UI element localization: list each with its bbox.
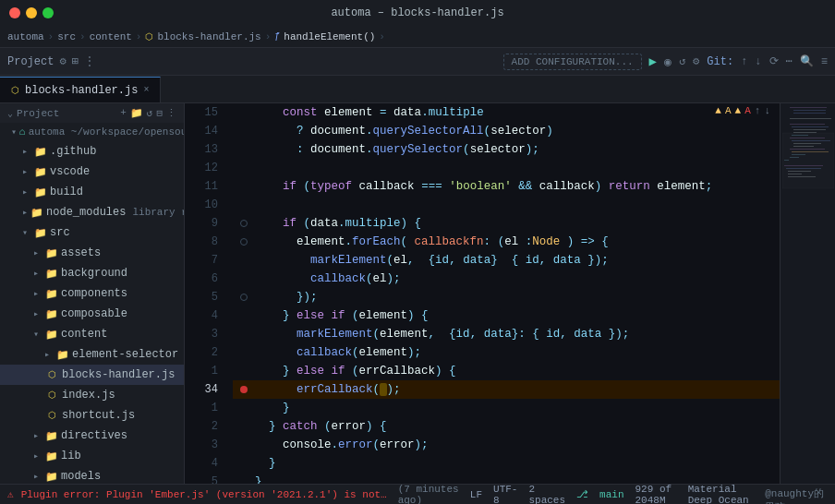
shortcut-label: shortcut.js bbox=[62, 409, 135, 422]
chevron-closed-icon: ▸ bbox=[33, 308, 42, 319]
add-config-button[interactable]: ADD CONFIGURATION... bbox=[503, 54, 642, 70]
tree-index[interactable]: ⬡ index.js bbox=[0, 385, 184, 405]
split-icon[interactable]: ⊞ bbox=[72, 54, 79, 68]
more-icon[interactable]: ⋮ bbox=[84, 54, 95, 68]
settings-icon[interactable]: ⚙ bbox=[59, 54, 66, 68]
tree-assets[interactable]: ▸ 📁 assets bbox=[0, 243, 184, 263]
code-line: element.forEach( callbackfn: (el :Node )… bbox=[233, 233, 780, 251]
code-content: if (data.multiple) { bbox=[255, 214, 780, 233]
assets-label: assets bbox=[61, 246, 101, 259]
theme-item[interactable]: Material Deep Ocean bbox=[688, 484, 755, 505]
code-content: element.forEach( callbackfn: (el :Node )… bbox=[255, 233, 780, 251]
chevron-closed-icon: ▸ bbox=[22, 207, 28, 218]
branch-item[interactable]: main bbox=[599, 489, 623, 500]
maximize-button[interactable] bbox=[42, 7, 54, 18]
line-gutter bbox=[233, 436, 255, 454]
new-folder-icon[interactable]: 📁 bbox=[130, 107, 143, 119]
tree-element-selector[interactable]: ▸ 📁 element-selector bbox=[0, 344, 184, 365]
bc-content[interactable]: content bbox=[90, 31, 132, 42]
collapse-icon[interactable]: ⊟ bbox=[156, 107, 163, 119]
lf-item[interactable]: LF bbox=[470, 489, 482, 500]
refresh-icon[interactable]: ↺ bbox=[147, 107, 153, 119]
search-icon[interactable]: 🔍 bbox=[800, 54, 814, 68]
tree-github[interactable]: ▸ 📁 .github bbox=[0, 141, 184, 162]
git-push-icon[interactable]: ↑ bbox=[741, 55, 747, 68]
code-line bbox=[233, 196, 780, 214]
settings2-icon[interactable]: ⚙ bbox=[693, 54, 699, 68]
status-bar: ⚠ Plugin error: Plugin 'Ember.js' (versi… bbox=[0, 484, 835, 504]
bc-src[interactable]: src bbox=[57, 31, 76, 42]
arrow-up-icon[interactable]: ↑ bbox=[755, 105, 761, 116]
tree-build[interactable]: ▸ 📁 build bbox=[0, 182, 184, 202]
code-content: } else if (errCallback) { bbox=[255, 362, 780, 380]
tree-models[interactable]: ▸ 📁 models bbox=[0, 466, 184, 484]
chevron-closed-icon: ▸ bbox=[33, 288, 42, 299]
code-content: errCallback( ); bbox=[255, 380, 780, 399]
tree-lib[interactable]: ▸ 📁 lib bbox=[0, 446, 184, 466]
encoding-item[interactable]: UTF-8 bbox=[493, 484, 517, 505]
plugin-error-text[interactable]: Plugin error: Plugin 'Ember.js' (version… bbox=[21, 489, 391, 500]
code-content: } bbox=[255, 454, 780, 473]
tree-vscode[interactable]: ▸ 📁 vscode bbox=[0, 162, 184, 182]
chevron-down-icon: ⌄ bbox=[7, 108, 13, 119]
tab-close-icon[interactable]: × bbox=[143, 85, 149, 95]
git-more-icon[interactable]: ⋯ bbox=[786, 54, 793, 68]
code-content: markElement(element, {id, data}: { id, d… bbox=[255, 325, 780, 343]
blocks-handler-label: blocks-handler.js bbox=[62, 368, 175, 381]
folder-icon: 📁 bbox=[45, 471, 58, 483]
code-line: }); bbox=[233, 288, 780, 306]
line-gutter bbox=[233, 399, 255, 417]
root-label: automa ~/workspace/opensource/ bbox=[29, 126, 185, 138]
reload-icon[interactable]: ↺ bbox=[679, 54, 685, 68]
bc-automa[interactable]: automa bbox=[7, 31, 44, 42]
git-fetch-icon[interactable]: ⟳ bbox=[769, 54, 779, 68]
plugin-error-icon: ⚠ bbox=[7, 488, 14, 500]
tree-directives[interactable]: ▸ 📁 directives bbox=[0, 426, 184, 446]
tab-blocks-handler[interactable]: ⬡ blocks-handler.js × bbox=[0, 77, 161, 102]
code-content: const element = data.multiple bbox=[255, 103, 780, 122]
tree-src[interactable]: ▾ 📁 src bbox=[0, 222, 184, 243]
new-file-icon[interactable]: + bbox=[120, 107, 127, 119]
toolbar-left: Project ⚙ ⊞ ⋮ bbox=[7, 54, 496, 68]
code-area[interactable]: const element = data.multiple ? document… bbox=[225, 103, 780, 484]
bc-function[interactable]: handleElement() bbox=[284, 31, 375, 42]
tree-composable[interactable]: ▸ 📁 composable bbox=[0, 304, 184, 324]
minimize-button[interactable] bbox=[26, 7, 37, 18]
lib-label: lib bbox=[61, 450, 81, 462]
tree-shortcut[interactable]: ⬡ shortcut.js bbox=[0, 405, 184, 426]
tree-node-modules[interactable]: ▸ 📁 node_modules library root bbox=[0, 202, 184, 222]
arrow-down-icon[interactable]: ↓ bbox=[764, 105, 770, 116]
error-time: (7 minutes ago) bbox=[398, 484, 463, 505]
breakpoint-empty bbox=[240, 220, 248, 227]
debug-button[interactable]: ◉ bbox=[664, 54, 672, 69]
code-content: } bbox=[255, 399, 780, 417]
code-content: if (typeof callback === 'boolean' && cal… bbox=[255, 177, 780, 196]
node-modules-suffix: library root bbox=[132, 207, 185, 218]
code-content bbox=[255, 196, 780, 214]
line-gutter bbox=[233, 380, 255, 399]
line-gutter bbox=[233, 343, 255, 362]
code-editor[interactable]: ▲ A ▲ A ↑ ↓ 15 14 13 12 11 10 9 8 7 6 5 … bbox=[185, 103, 835, 484]
bc-filename[interactable]: blocks-handler.js bbox=[157, 31, 260, 42]
chevron-closed-icon: ▸ bbox=[22, 166, 31, 177]
tree-background[interactable]: ▸ 📁 background bbox=[0, 263, 184, 283]
tree-content[interactable]: ▾ 📁 content bbox=[0, 324, 184, 344]
spaces-item[interactable]: 2 spaces bbox=[528, 484, 565, 505]
tree-components[interactable]: ▸ 📁 components bbox=[0, 283, 184, 304]
git-pull-icon[interactable]: ↓ bbox=[755, 55, 761, 68]
menu-icon[interactable]: ≡ bbox=[821, 55, 828, 68]
breakpoint-icon bbox=[240, 386, 248, 393]
chevron-closed-icon: ▸ bbox=[33, 471, 42, 482]
bc-file-icon: ⬡ bbox=[145, 31, 153, 42]
line-gutter bbox=[233, 251, 255, 270]
code-content: markElement(el, {id, data} { id, data })… bbox=[255, 251, 780, 270]
line-gutter bbox=[233, 270, 255, 288]
tree-root[interactable]: ▾ ⌂ automa ~/workspace/opensource/ bbox=[0, 123, 184, 141]
editor-indicators: ▲ A ▲ A ↑ ↓ bbox=[715, 105, 770, 116]
tree-blocks-handler[interactable]: ⬡ blocks-handler.js bbox=[0, 365, 184, 385]
content-folder-icon: 📁 bbox=[45, 329, 58, 341]
run-button[interactable]: ▶ bbox=[649, 54, 657, 69]
chevron-open-icon: ▾ bbox=[11, 126, 17, 138]
more-sidebar-icon[interactable]: ⋮ bbox=[166, 107, 176, 119]
close-button[interactable] bbox=[9, 7, 20, 18]
